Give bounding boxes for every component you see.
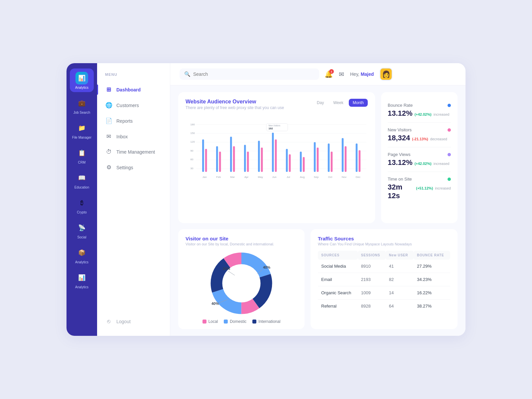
month-label-11: Dec [356,176,360,179]
header-right: 🔔 1 ✉ Hey, Majed 👩 [325,68,392,80]
job-search-icon: 💼 [75,97,88,109]
icon-sidebar-item-file-manager[interactable]: 📁 File Manager [70,118,94,142]
bar-blue-7 [300,152,302,172]
stat-change-1: (-21.13%) [412,137,428,141]
dashboard-nav-icon: ⊞ [105,86,112,93]
icon-sidebar-item-analytics-mid[interactable]: 📦 Analytics [70,243,94,267]
bar-blue-10 [342,138,344,172]
svg-text:60: 60 [191,158,194,161]
main-nav: ⊞ Dashboard 🌐 Customers 📄 Reports ✉ Inbo… [97,82,170,175]
legend-domestic-dot [224,320,228,324]
nav-item-reports[interactable]: 📄 Reports [97,113,170,129]
month-filter-button[interactable]: Month [349,99,368,107]
stat-item-2: Page Views 13.12% (+42.02%) increased [388,147,451,172]
donut-chart-area: 20% 40% 40% [186,250,297,317]
icon-sidebar-item-education[interactable]: 📖 Education [70,168,94,192]
col-new-user: New USER [386,251,414,260]
icon-sidebar-item-social[interactable]: 📡 Social [70,218,94,242]
stat-number-2: 13.12% [388,158,413,167]
avatar[interactable]: 👩 [380,68,392,80]
search-input[interactable] [193,71,315,77]
job-search-label: Job Search [73,111,90,114]
bar-chart-area: 180 150 120 90 60 30 [186,115,368,218]
education-icon: 📖 [75,172,88,184]
legend-international-label: International [258,319,280,324]
donut-chart: 20% 40% 40% [201,250,281,317]
month-label-10: Nov [342,176,346,179]
logout-label: Logout [116,319,131,324]
day-filter-button[interactable]: Day [313,99,328,107]
nav-item-customers[interactable]: 🌐 Customers [97,97,170,113]
chart-section: Website Audience Overview There are plen… [178,92,375,223]
inbox-nav-label: Inbox [116,134,128,139]
menu-label: MENU [97,72,170,82]
month-label-8: Sep [314,176,319,179]
icon-sidebar-item-analytics-top[interactable]: 📊 Analytics [70,68,94,92]
file-manager-label: File Manager [72,136,91,139]
stat-dot-0 [448,104,451,107]
bar-blue-2 [230,137,232,172]
analytics-mid-icon: 📦 [75,246,88,259]
traffic-sessions-2: 1009 [358,286,386,300]
notification-badge: 1 [329,69,334,74]
traffic-sessions-0: 8910 [358,260,386,273]
bar-blue-6 [286,149,288,172]
week-filter-button[interactable]: Week [329,99,347,107]
greeting-text: Hey, Majed [350,71,374,77]
search-bar[interactable]: 🔍 [180,68,319,80]
traffic-bounce-3: 38.27% [414,300,450,313]
traffic-section: Traffic Sources Where Can You Find Uniqu… [311,229,458,329]
traffic-table-header: SOURCES SESSIONS New USER BOUNCE RATE [318,251,450,260]
traffic-source-0: Social Media [318,260,358,273]
logout-button[interactable]: ⎋ Logout [97,314,170,329]
month-label-2: Mar [230,176,235,179]
svg-text:40%: 40% [263,265,270,269]
analytics-bot-label: Analytics [75,285,88,289]
month-label-6: Jul [287,176,290,179]
stat-label-2: Page Views [388,152,410,157]
bar-blue-3 [244,145,246,172]
bar-pink-3 [247,152,249,172]
traffic-source-3: Referral [318,300,358,313]
reports-nav-icon: 📄 [105,117,112,124]
chart-tooltip: New Visitors192 [266,124,288,131]
icon-sidebar-item-analytics-bot[interactable]: 📊 Analytics [70,268,94,292]
traffic-sessions-1: 2193 [358,273,386,286]
donut-legend: Local Domestic International [186,319,297,324]
notification-button[interactable]: 🔔 1 [325,70,333,78]
icon-sidebar-item-crypto[interactable]: ₿ Crypto [70,193,94,217]
crypto-label: Crypto [77,210,86,214]
donut-title: Visitor on our Site [186,236,297,241]
nav-item-inbox[interactable]: ✉ Inbox [97,129,170,144]
stat-label-row-2: Page Views [388,152,451,157]
svg-text:90: 90 [191,149,194,152]
bar-pink-7 [303,157,305,172]
stat-label-row-0: Bounce Rate [388,103,451,108]
traffic-row-1: Email 2193 82 34.23% [318,273,450,286]
stat-value-3: 32m 12s (+51.12%) increased [388,183,451,200]
nav-item-time-management[interactable]: ⏱ Time Management [97,144,170,160]
bar-blue-4 [258,141,260,172]
nav-item-dashboard[interactable]: ⊞ Dashboard [97,82,170,97]
legend-domestic: Domestic [224,319,246,324]
month-label-5: Jun [272,176,277,179]
analytics-mid-label: Analytics [75,260,88,264]
chart-subtitle: There are plenty of free web proxy site … [186,105,284,110]
analytics-bot-icon: 📊 [75,271,88,284]
nav-item-settings[interactable]: ⚙ Settings [97,160,170,175]
messages-button[interactable]: ✉ [339,70,344,78]
stat-change-2: (+42.02%) [415,162,432,166]
legend-domestic-label: Domestic [230,319,246,324]
icon-sidebar-item-job-search[interactable]: 💼 Job Search [70,93,94,117]
col-bounce-rate: BOUNCE RATE [414,251,450,260]
education-label: Education [74,186,89,189]
dashboard-body: Website Audience Overview There are plen… [170,85,466,336]
donut-section: Visitor on our Site Visitor on our Site … [178,229,305,329]
bar-blue-9 [328,143,330,172]
icon-sidebar-item-crm[interactable]: 📋 CRM [70,143,94,167]
bar-blue-1 [216,146,218,172]
month-label-4: May [258,176,263,179]
svg-point-18 [227,269,255,297]
stat-value-1: 18,324 (-21.13%) decreased [388,134,451,142]
stat-label-1: New Visitors [388,127,412,132]
